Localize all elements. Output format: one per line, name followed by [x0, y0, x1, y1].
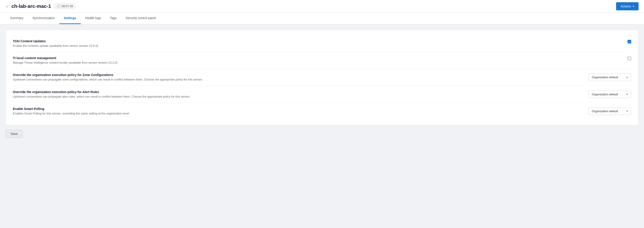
setting-title-enable-smart-polling: Enable Smart Polling — [13, 107, 580, 111]
setting-info-alert-rules-policy: Override the organization execution poli… — [13, 90, 588, 99]
clock-icon: 🕐 — [57, 4, 60, 8]
chevron-down-icon: ▾ — [626, 109, 628, 113]
setting-desc-zone-configurations-policy: Upstream connections can propagate zone … — [13, 78, 580, 82]
actions-label: Actions — [620, 4, 631, 8]
setting-control-alert-rules-policy[interactable]: Organization default▾ — [588, 91, 631, 98]
setting-row-ti-ai-content-updates: TI/AI Content UpdatesEnable the contents… — [13, 35, 631, 52]
dropdown-zone-configurations-policy[interactable]: Organization default▾ — [588, 73, 631, 81]
tab-security-control-panel[interactable]: Security control panel — [121, 12, 160, 24]
save-button[interactable]: Save — [6, 130, 23, 138]
setting-desc-ti-local-content-management: Manage Threat Intelligence content local… — [13, 61, 618, 65]
actions-button[interactable]: Actions ▾ — [616, 2, 638, 10]
checkbox-wrap-ti-ai-content-updates[interactable]: ✓ — [628, 40, 631, 43]
setting-row-ti-local-content-management: TI local content managementManage Threat… — [13, 52, 631, 69]
tab-settings[interactable]: Settings — [60, 12, 81, 24]
setting-desc-alert-rules-policy: Upstream connections can propagate alert… — [13, 95, 580, 99]
dropdown-value-enable-smart-polling: Organization default — [592, 109, 618, 113]
setting-info-enable-smart-polling: Enable Smart PollingEnables Smart Pollin… — [13, 107, 588, 116]
settings-card: TI/AI Content UpdatesEnable the contents… — [6, 30, 638, 125]
time-display: 08:07:39 — [62, 4, 73, 8]
setting-row-zone-configurations-policy: Override the organization execution poli… — [13, 69, 631, 86]
setting-info-ti-ai-content-updates: TI/AI Content UpdatesEnable the contents… — [13, 39, 628, 48]
page-header: ‹ ch-lab-arc-mac-1 🕐 08:07:39 Actions ▾ — [0, 0, 644, 12]
setting-desc-enable-smart-polling: Enables Smart Polling for this sensor, o… — [13, 112, 580, 116]
dropdown-value-zone-configurations-policy: Organization default — [592, 76, 618, 79]
setting-control-ti-ai-content-updates[interactable]: ✓ — [628, 40, 631, 43]
setting-control-zone-configurations-policy[interactable]: Organization default▾ — [588, 73, 631, 81]
dropdown-value-alert-rules-policy: Organization default — [592, 93, 618, 96]
back-button[interactable]: ‹ — [6, 3, 9, 10]
setting-control-ti-local-content-management[interactable] — [628, 57, 631, 60]
checkbox-ti-ai-content-updates[interactable]: ✓ — [628, 40, 631, 43]
tab-summary[interactable]: Summary — [6, 12, 28, 24]
chevron-down-icon: ▾ — [633, 5, 634, 8]
tab-synchronization[interactable]: Synchronization — [28, 12, 60, 24]
setting-desc-ti-ai-content-updates: Enable the contents update (available fr… — [13, 44, 618, 48]
time-badge: 🕐 08:07:39 — [54, 3, 76, 9]
dropdown-alert-rules-policy[interactable]: Organization default▾ — [588, 91, 631, 98]
tab-health-logs[interactable]: Health logs — [81, 12, 106, 24]
tab-tags[interactable]: Tags — [106, 12, 121, 24]
setting-row-enable-smart-polling: Enable Smart PollingEnables Smart Pollin… — [13, 103, 631, 120]
setting-info-zone-configurations-policy: Override the organization execution poli… — [13, 73, 588, 82]
setting-title-ti-ai-content-updates: TI/AI Content Updates — [13, 39, 618, 43]
checkbox-wrap-ti-local-content-management[interactable] — [628, 57, 631, 60]
checkbox-ti-local-content-management[interactable] — [628, 57, 631, 60]
setting-control-enable-smart-polling[interactable]: Organization default▾ — [588, 107, 631, 115]
dropdown-enable-smart-polling[interactable]: Organization default▾ — [588, 107, 631, 115]
setting-title-alert-rules-policy: Override the organization execution poli… — [13, 90, 580, 94]
checkmark-icon: ✓ — [628, 40, 630, 43]
main-content: TI/AI Content UpdatesEnable the contents… — [0, 24, 644, 143]
setting-row-alert-rules-policy: Override the organization execution poli… — [13, 86, 631, 103]
setting-title-ti-local-content-management: TI local content management — [13, 56, 618, 60]
tabs-bar: SummarySynchronizationSettingsHealth log… — [0, 12, 644, 24]
header-left: ‹ ch-lab-arc-mac-1 🕐 08:07:39 — [6, 3, 76, 10]
chevron-down-icon: ▾ — [626, 93, 628, 96]
chevron-down-icon: ▾ — [626, 76, 628, 79]
setting-info-ti-local-content-management: TI local content managementManage Threat… — [13, 56, 628, 65]
page-title: ch-lab-arc-mac-1 — [12, 3, 51, 9]
setting-title-zone-configurations-policy: Override the organization execution poli… — [13, 73, 580, 77]
